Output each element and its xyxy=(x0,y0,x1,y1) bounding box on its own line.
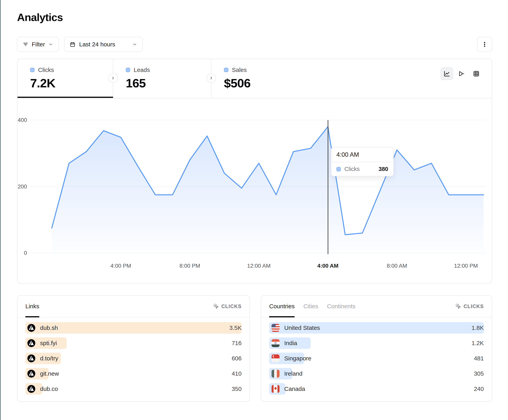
stat-label: Leads xyxy=(134,66,150,73)
chevron-down-icon xyxy=(132,42,137,47)
list-item-value: 1.2K xyxy=(471,340,484,347)
list-item-label: Canada xyxy=(284,385,305,392)
metric-label: CLICKS xyxy=(463,304,484,309)
stats-header: Clicks 7.2K Leads 165 xyxy=(17,59,492,98)
x-axis-tick-label: 8:00 PM xyxy=(179,263,200,269)
singapore-flag-icon xyxy=(272,355,279,362)
x-axis-tick-label: 8:00 AM xyxy=(387,263,407,269)
stat-value: $506 xyxy=(224,76,251,90)
list-item-label: India xyxy=(284,340,297,347)
dub-logo-icon xyxy=(27,355,35,362)
funnel-chart-mode-button[interactable] xyxy=(455,67,468,80)
list-item-label: git.new xyxy=(40,370,59,377)
funnel-chart-icon xyxy=(458,70,465,77)
united-states-flag-icon xyxy=(272,324,279,332)
more-options-button[interactable] xyxy=(477,37,492,52)
leads-legend-swatch xyxy=(126,68,130,72)
dub-logo-icon xyxy=(27,370,35,378)
line-chart-icon xyxy=(444,70,450,77)
list-item-value: 3.5K xyxy=(229,325,242,331)
list-item-label: Ireland xyxy=(284,370,302,377)
list-item-label: spti.fyi xyxy=(40,340,57,347)
dub-logo-icon xyxy=(27,339,35,347)
list-item[interactable]: dub.sh3.5K xyxy=(25,322,242,334)
stat-label: Clicks xyxy=(38,66,54,73)
cursor-click-icon xyxy=(455,303,461,309)
filter-button[interactable]: Filter xyxy=(17,37,59,52)
active-tab-underline xyxy=(17,97,113,98)
tooltip-series-label: Clicks xyxy=(344,166,360,172)
list-item[interactable]: Ireland305 xyxy=(269,368,484,379)
list-item-value: 410 xyxy=(232,370,242,377)
tab-continents[interactable]: Continents xyxy=(327,296,355,317)
metric-label: CLICKS xyxy=(221,304,242,309)
links-panel: Links CLICKS dub.sh3.5Kspti.fyi716d.to/t… xyxy=(17,295,250,402)
tooltip-legend-swatch xyxy=(336,167,341,171)
list-item[interactable]: d.to/try606 xyxy=(25,353,242,364)
list-item[interactable]: United States1.8K xyxy=(269,322,484,334)
stat-label: Sales xyxy=(232,66,247,73)
x-axis-tick-label: 12:00 AM xyxy=(247,263,270,269)
countries-metric-header[interactable]: CLICKS xyxy=(455,303,484,309)
list-item[interactable]: Canada240 xyxy=(269,383,484,395)
stat-tab-leads[interactable]: Leads 165 xyxy=(113,59,211,98)
list-item[interactable]: git.new410 xyxy=(25,368,242,379)
chart-crosshair xyxy=(328,120,328,254)
y-axis-tick-label: 400 xyxy=(8,117,27,123)
x-axis-tick-label: 4:00 AM xyxy=(317,263,338,269)
list-item-label: dub.sh xyxy=(40,325,58,331)
clicks-legend-swatch xyxy=(30,68,35,72)
filter-icon xyxy=(22,41,29,47)
chart-tooltip: 4:00 AM Clicks 380 xyxy=(331,147,394,176)
calendar-icon xyxy=(70,41,75,47)
links-metric-header[interactable]: CLICKS xyxy=(213,303,242,309)
tooltip-series-value: 380 xyxy=(379,166,388,172)
links-list: dub.sh3.5Kspti.fyi716d.to/try606git.new4… xyxy=(17,317,250,395)
list-item-label: United States xyxy=(284,325,320,331)
cursor-click-icon xyxy=(213,303,219,309)
expand-leads-button[interactable] xyxy=(108,73,118,83)
list-item-value: 305 xyxy=(474,370,484,377)
countries-panel-header: Countries Cities Continents CLICKS xyxy=(261,296,492,317)
list-item-value: 350 xyxy=(232,385,242,392)
chevron-down-icon xyxy=(48,42,53,47)
line-chart-mode-button[interactable] xyxy=(441,67,453,80)
stat-tab-sales[interactable]: Sales $506 xyxy=(211,59,310,98)
sales-legend-swatch xyxy=(224,68,228,72)
list-item-value: 716 xyxy=(232,340,242,347)
date-range-label: Last 24 hours xyxy=(79,41,115,48)
dub-logo-icon xyxy=(27,324,35,332)
stat-tab-clicks[interactable]: Clicks 7.2K xyxy=(17,59,113,98)
list-item-value: 240 xyxy=(474,385,484,392)
dub-logo-icon xyxy=(27,385,35,393)
tab-countries[interactable]: Countries xyxy=(269,296,295,317)
y-axis-tick-label: 0 xyxy=(8,250,27,256)
canada-flag-icon xyxy=(272,385,279,393)
list-item[interactable]: India1.2K xyxy=(269,337,484,349)
expand-sales-button[interactable] xyxy=(207,73,216,83)
list-item[interactable]: dub.co350 xyxy=(25,383,242,395)
page-title: Analytics xyxy=(17,11,63,23)
table-view-mode-button[interactable] xyxy=(470,67,483,80)
x-axis-tick-label: 12:00 PM xyxy=(454,263,478,269)
x-axis-tick-label: 4:00 PM xyxy=(111,263,131,269)
clicks-area-chart[interactable] xyxy=(30,115,486,253)
analytics-page: Analytics Filter Last 24 hours xyxy=(0,0,508,420)
list-item[interactable]: Singapore481 xyxy=(269,353,484,364)
list-item-label: dub.co xyxy=(40,385,58,392)
tab-links[interactable]: Links xyxy=(25,296,39,317)
countries-panel: Countries Cities Continents CLICKS Unite… xyxy=(261,295,492,402)
tab-cities[interactable]: Cities xyxy=(303,296,318,317)
table-grid-icon xyxy=(473,70,480,77)
stat-value: 165 xyxy=(126,76,150,90)
tooltip-time: 4:00 AM xyxy=(331,148,393,162)
list-item[interactable]: spti.fyi716 xyxy=(25,337,242,349)
links-panel-header: Links CLICKS xyxy=(17,296,250,317)
list-item-value: 606 xyxy=(232,355,242,362)
stat-value: 7.2K xyxy=(30,76,55,90)
list-item-label: Singapore xyxy=(284,355,311,362)
date-range-button[interactable]: Last 24 hours xyxy=(64,37,143,52)
ireland-flag-icon xyxy=(272,370,279,378)
y-axis-tick-label: 200 xyxy=(8,183,27,190)
list-item-value: 481 xyxy=(474,355,484,362)
